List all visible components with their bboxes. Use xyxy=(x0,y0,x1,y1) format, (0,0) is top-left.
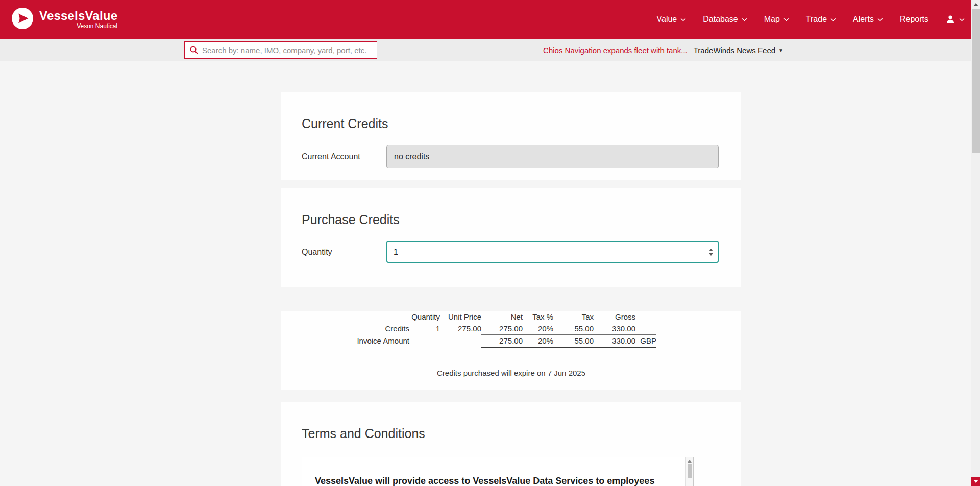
stepper-down-icon[interactable] xyxy=(709,253,713,256)
quantity-label: Quantity xyxy=(302,248,386,257)
credits-currency xyxy=(635,323,656,335)
nav-value[interactable]: Value xyxy=(657,15,687,24)
current-credits-card: Current Credits Current Account no credi… xyxy=(281,92,741,180)
brand-logo[interactable]: VesselsValue Veson Nautical xyxy=(11,7,117,32)
scroll-down-icon xyxy=(973,480,978,483)
scrollbar-up-button[interactable] xyxy=(971,0,980,9)
terms-scrollbar[interactable] xyxy=(685,457,693,486)
invoice-header-unit-price: Unit Price xyxy=(440,311,481,323)
nav-value-label: Value xyxy=(657,15,677,24)
caret-down-icon: ▼ xyxy=(778,47,783,53)
nav-reports-label: Reports xyxy=(900,15,928,24)
chevron-down-icon xyxy=(680,18,686,21)
invoice-row-credits: Credits 1 275.00 275.00 20% 55.00 330.00 xyxy=(348,323,656,335)
news-feed-toggle[interactable]: TradeWinds News Feed ▼ xyxy=(694,46,783,55)
text-cursor xyxy=(399,247,399,257)
chevron-down-icon xyxy=(877,18,883,21)
invoice-header-tax: Tax xyxy=(553,311,594,323)
current-credits-title: Current Credits xyxy=(302,92,721,131)
nav-database-label: Database xyxy=(703,15,738,24)
invoice-tax-pct: 20% xyxy=(523,335,553,348)
invoice-header-row: Quantity Unit Price Net Tax % Tax Gross xyxy=(348,311,656,323)
nav-map-label: Map xyxy=(764,15,780,24)
invoice-currency: GBP xyxy=(635,335,656,348)
current-account-field: no credits xyxy=(386,145,719,168)
invoice-header-tax-pct: Tax % xyxy=(523,311,553,323)
invoice-row-total: Invoice Amount 275.00 20% 55.00 330.00 G… xyxy=(348,335,656,348)
invoice-tax: 55.00 xyxy=(553,335,594,348)
scroll-up-icon xyxy=(973,3,978,6)
search-icon xyxy=(189,45,199,55)
credits-net: 275.00 xyxy=(481,323,523,335)
nav-trade-label: Trade xyxy=(806,15,827,24)
credits-expiry-note: Credits purchased will expire on 7 Jun 2… xyxy=(302,369,721,377)
page-scrollbar[interactable] xyxy=(971,0,980,486)
news-ticker: Chios Navigation expands fleet with tank… xyxy=(543,39,783,61)
stepper-up-icon[interactable] xyxy=(709,249,713,251)
chevron-down-icon xyxy=(830,18,836,21)
quantity-value: 1 xyxy=(394,248,398,257)
credits-gross: 330.00 xyxy=(594,323,635,335)
invoice-header-quantity: Quantity xyxy=(409,311,440,323)
search-input[interactable] xyxy=(202,46,372,55)
search-band: Chios Navigation expands fleet with tank… xyxy=(0,39,971,61)
terms-body-text: VesselsValue will provide access to Vess… xyxy=(315,475,663,486)
invoice-header-gross: Gross xyxy=(594,311,635,323)
nav-alerts[interactable]: Alerts xyxy=(853,15,883,24)
brand-name: VesselsValue xyxy=(39,9,117,22)
credits-unit-price: 275.00 xyxy=(440,323,481,335)
page-scrollbar-thumb[interactable] xyxy=(972,9,980,153)
purchase-credits-title: Purchase Credits xyxy=(302,188,721,227)
chevron-down-icon xyxy=(742,18,747,21)
user-menu[interactable] xyxy=(945,14,965,25)
terms-scrollbar-thumb[interactable] xyxy=(688,464,692,478)
quantity-stepper[interactable] xyxy=(709,249,713,256)
terms-card: Terms and Conditions VesselsValue will p… xyxy=(281,402,741,486)
terms-scroll-area[interactable]: VesselsValue will provide access to Vess… xyxy=(302,457,694,486)
user-icon xyxy=(945,14,955,25)
global-search[interactable] xyxy=(184,41,377,59)
invoice-summary-card: Quantity Unit Price Net Tax % Tax Gross … xyxy=(281,311,741,390)
credits-tax-pct: 20% xyxy=(523,323,553,335)
primary-nav: Value Database Map Trade Alerts Reports xyxy=(657,14,965,25)
credits-tax: 55.00 xyxy=(553,323,594,335)
nav-reports[interactable]: Reports xyxy=(900,15,928,24)
chevron-down-icon xyxy=(783,18,789,21)
nav-alerts-label: Alerts xyxy=(853,15,874,24)
quantity-input[interactable]: 1 xyxy=(386,241,719,263)
current-account-value: no credits xyxy=(394,152,429,161)
scrollbar-down-button[interactable] xyxy=(971,477,980,486)
nav-trade[interactable]: Trade xyxy=(806,15,836,24)
vesselsvalue-logo-icon xyxy=(11,7,34,32)
invoice-header-net: Net xyxy=(481,311,523,323)
quantity-row: Quantity 1 xyxy=(302,241,721,263)
news-headline-link[interactable]: Chios Navigation expands fleet with tank… xyxy=(543,46,688,55)
news-feed-label: TradeWinds News Feed xyxy=(694,46,775,55)
current-account-label: Current Account xyxy=(302,152,386,161)
scroll-up-icon[interactable] xyxy=(688,460,692,463)
brand-tagline: Veson Nautical xyxy=(39,22,117,30)
invoice-table: Quantity Unit Price Net Tax % Tax Gross … xyxy=(348,311,656,348)
invoice-gross: 330.00 xyxy=(594,335,635,348)
terms-title: Terms and Conditions xyxy=(302,402,721,441)
chevron-down-icon xyxy=(959,18,965,21)
nav-database[interactable]: Database xyxy=(703,15,747,24)
invoice-net: 275.00 xyxy=(481,335,523,348)
invoice-amount-label: Invoice Amount xyxy=(348,335,409,348)
purchase-credits-card: Purchase Credits Quantity 1 xyxy=(281,188,741,287)
credits-row-label: Credits xyxy=(348,323,409,335)
nav-map[interactable]: Map xyxy=(764,15,789,24)
current-account-row: Current Account no credits xyxy=(302,145,721,168)
credits-quantity: 1 xyxy=(409,323,440,335)
top-navigation-bar: VesselsValue Veson Nautical Value Databa… xyxy=(0,0,971,39)
